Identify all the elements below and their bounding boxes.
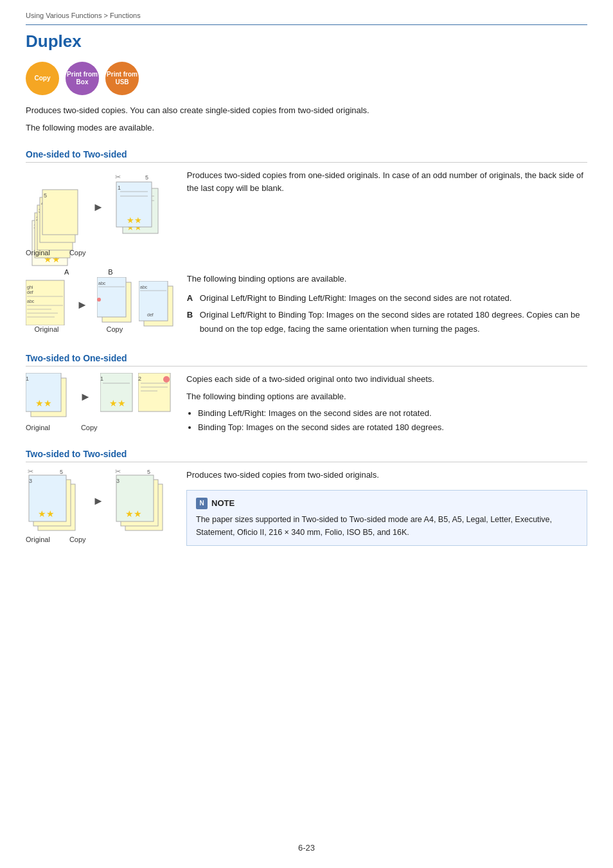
note-label: NOTE (211, 497, 235, 511)
svg-text:def: def (27, 290, 33, 294)
arrow-1b: ► (76, 298, 88, 312)
note-header: N NOTE (196, 497, 578, 511)
copy-b-svg: ghi abc ✂ def (139, 281, 174, 329)
svg-text:3: 3 (116, 478, 120, 484)
note-box: N NOTE The paper sizes supported in Two-… (186, 490, 587, 546)
copy-docs-svg: 3 ★★ 1 ✂ ★★ 5 (113, 169, 164, 246)
svg-text:✂: ✂ (115, 469, 121, 475)
svg-text:★★: ★★ (127, 215, 142, 225)
page-title: Duplex (26, 32, 587, 51)
diagram-area-3: ✂ ★★ 3 5 ► (26, 469, 171, 533)
copy-stack-1: 3 ★★ 1 ✂ ★★ 5 (113, 169, 164, 246)
page-number: 6-23 (298, 843, 315, 853)
arrow-1a: ► (93, 201, 104, 214)
svg-text:ghi: ghi (27, 285, 33, 290)
svg-text:abc: abc (27, 299, 35, 303)
section-heading-1: One-sided to Two-sided (26, 149, 587, 163)
section-heading-2: Two-sided to One-sided (26, 353, 587, 366)
original-3: ✂ ★★ 3 5 (26, 469, 84, 533)
svg-text:5: 5 (44, 192, 47, 199)
section-1-diagram: ★★ 1 2 3 (26, 169, 174, 339)
copy-3: ✂ ★★ 3 5 (113, 469, 171, 533)
section-3-row: ✂ ★★ 3 5 ► (26, 469, 587, 546)
original-3-svg: ✂ ★★ 3 5 (26, 469, 84, 533)
svg-text:abc: abc (140, 285, 148, 289)
label-a: A (64, 268, 69, 276)
section-2-binding-text: The following binding options are availa… (186, 390, 587, 404)
original-docs-svg: ★★ 1 2 3 (26, 169, 84, 246)
copy-2-sheet2: 2 (138, 373, 173, 421)
original-ab: ghi def abc Original (26, 277, 67, 333)
section-2-diagram: ✂ ★★ 1 ► 1 ★★ (26, 373, 173, 435)
section-2-row: ✂ ★★ 1 ► 1 ★★ (26, 373, 587, 435)
intro-text-1: Produces two-sided copies. You can also … (26, 104, 587, 118)
label-original-1a: Original (26, 249, 50, 257)
page-container: Using Various Functions > Functions Dupl… (0, 0, 613, 868)
doc-labels-1a: Original Copy (26, 249, 86, 257)
label-b: B (108, 268, 112, 276)
bullet-2-1: Binding Left/Right: Images on the second… (198, 406, 587, 420)
svg-text:✂: ✂ (115, 173, 121, 181)
section-3-diagram: ✂ ★★ 3 5 ► (26, 469, 173, 546)
binding-option-b: B Original Left/Right to Binding Top: Im… (187, 308, 587, 336)
copy-a-svg: ghi abc ✂ (97, 277, 132, 325)
svg-text:5: 5 (147, 469, 150, 475)
arrow-2: ► (80, 390, 91, 404)
doc-labels-3: Original Copy (26, 536, 86, 543)
badge-row: Copy Print from Box Print from USB (26, 62, 587, 95)
arrow-3: ► (93, 494, 104, 508)
label-copy-a: Copy (106, 325, 123, 333)
svg-text:1: 1 (100, 375, 103, 382)
diagram-area-1b: ghi def abc Original ► (26, 277, 174, 333)
svg-text:★★: ★★ (38, 509, 55, 519)
label-original-ab: Original (35, 325, 59, 333)
label-copy-1a: Copy (69, 249, 86, 257)
bullet-list-2: Binding Left/Right: Images on the second… (198, 406, 587, 435)
copy-2-sheet1: 1 ★★ (100, 373, 136, 421)
copy-2-sheet1-svg: 1 ★★ (100, 373, 136, 421)
section-1-row: ★★ 1 2 3 (26, 169, 587, 339)
svg-text:def: def (147, 312, 154, 317)
svg-text:1: 1 (26, 375, 29, 382)
original-2sided-svg: ✂ ★★ 1 (26, 373, 71, 421)
svg-text:abc: abc (98, 281, 106, 285)
doc-labels-2: Original Copy (26, 424, 98, 431)
binding-options-list-1: A Original Left/Right to Binding Left/Ri… (187, 291, 587, 336)
copy-2-sheet2-svg: 2 (138, 373, 173, 421)
diagram-area-1a: ★★ 1 2 3 (26, 169, 164, 246)
section-1-main-text: Produces two-sided copies from one-sided… (187, 169, 587, 196)
note-text: The paper sizes supported in Two-sided t… (196, 513, 578, 539)
section-heading-3: Two-sided to Two-sided (26, 449, 587, 462)
section-1-text: Produces two-sided copies from one-sided… (187, 169, 587, 339)
original-2sided: ✂ ★★ 1 (26, 373, 71, 421)
label-original-3: Original (26, 536, 50, 543)
label-original-2: Original (26, 424, 50, 431)
badge-printfromusb: Print from USB (105, 62, 139, 95)
svg-text:★★: ★★ (125, 509, 142, 519)
svg-point-61 (163, 376, 170, 383)
svg-rect-13 (42, 190, 78, 235)
section-3-main-text: Produces two-sided copies from two-sided… (186, 469, 587, 482)
section-1-binding-text: The following binding options are availa… (187, 273, 587, 286)
section-2-text: Copies each side of a two-sided original… (186, 373, 587, 435)
copy-a: ghi abc ✂ Copy (97, 277, 132, 333)
breadcrumb: Using Various Functions > Functions (26, 12, 587, 25)
badge-copy: Copy (26, 62, 59, 95)
section-2-main-text: Copies each side of a two-sided original… (186, 373, 587, 386)
svg-text:5: 5 (60, 469, 63, 475)
diagram-area-2: ✂ ★★ 1 ► 1 ★★ (26, 373, 173, 421)
svg-text:1: 1 (118, 185, 121, 191)
note-icon: N (196, 498, 208, 509)
badge-printfrombox: Print from Box (66, 62, 99, 95)
page-footer: 6-23 (0, 843, 613, 853)
svg-point-42 (97, 298, 101, 302)
section-3-text: Produces two-sided copies from two-sided… (186, 469, 587, 546)
svg-text:★★: ★★ (35, 398, 52, 408)
svg-text:2: 2 (138, 375, 141, 382)
binding-option-a: A Original Left/Right to Binding Left/Ri… (187, 291, 587, 305)
copy-b: ghi abc ✂ def (139, 281, 174, 329)
copy-3-svg: ✂ ★★ 3 5 (113, 469, 171, 533)
label-copy-2: Copy (81, 424, 98, 431)
bullet-2-2: Binding Top: Images on the second sides … (198, 420, 587, 435)
original-stack-1: ★★ 1 2 3 (26, 169, 84, 246)
